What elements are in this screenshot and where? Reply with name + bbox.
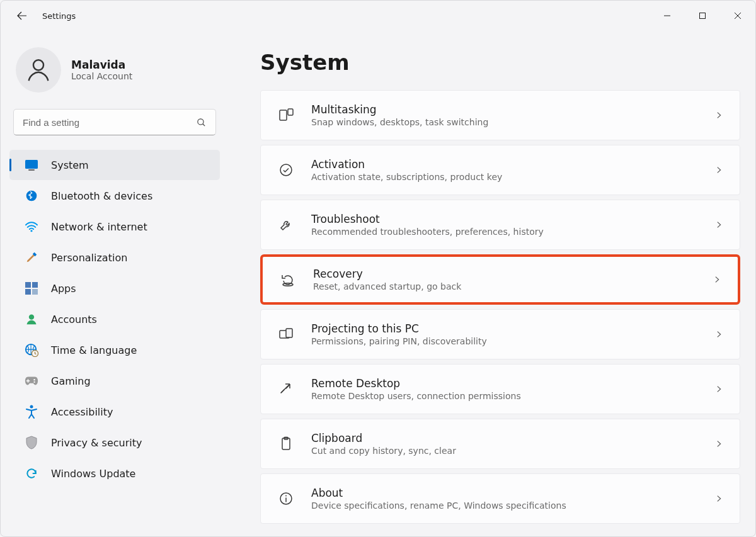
- shield-icon: [23, 435, 40, 450]
- gamepad-icon: [23, 373, 40, 388]
- svg-rect-7: [25, 282, 31, 288]
- titlebar: Settings: [1, 1, 755, 31]
- svg-point-6: [30, 230, 32, 232]
- bluetooth-icon: [23, 188, 40, 203]
- card-subtitle: Remote Desktop users, connection permiss…: [311, 391, 714, 401]
- card-text: TroubleshootRecommended troubleshooters,…: [311, 213, 714, 237]
- wifi-icon: [23, 219, 40, 234]
- card-subtitle: Device specifications, rename PC, Window…: [311, 500, 714, 511]
- setting-card-clipboard[interactable]: ClipboardCut and copy history, sync, cle…: [260, 419, 740, 469]
- chevron-right-icon: [714, 166, 723, 174]
- sidebar-item-apps[interactable]: Apps: [9, 273, 220, 303]
- accessibility-icon: [23, 404, 40, 419]
- card-title: Activation: [311, 158, 714, 171]
- svg-point-26: [285, 495, 287, 497]
- card-subtitle: Permissions, pairing PIN, discoverabilit…: [311, 336, 714, 346]
- setting-card-multitasking[interactable]: MultitaskingSnap windows, desktops, task…: [260, 90, 740, 140]
- setting-card-remote-desktop[interactable]: Remote DesktopRemote Desktop users, conn…: [260, 364, 740, 414]
- svg-point-15: [33, 382, 35, 383]
- setting-card-recovery[interactable]: RecoveryReset, advanced startup, go back: [260, 254, 740, 305]
- card-text: MultitaskingSnap windows, desktops, task…: [311, 103, 714, 127]
- card-subtitle: Snap windows, desktops, task switching: [311, 117, 714, 127]
- chevron-right-icon: [714, 494, 723, 503]
- chevron-right-icon: [714, 439, 723, 448]
- clipboard-icon: [277, 435, 295, 453]
- svg-rect-9: [25, 289, 31, 295]
- sidebar-item-personalization[interactable]: Personalization: [9, 242, 220, 273]
- card-subtitle: Activation state, subscriptions, product…: [311, 172, 714, 182]
- search-icon: [196, 117, 207, 128]
- sidebar-item-gaming[interactable]: Gaming: [9, 366, 220, 396]
- globe-clock-icon: [23, 342, 40, 358]
- search-box[interactable]: [13, 109, 216, 135]
- card-title: Remote Desktop: [311, 377, 714, 390]
- card-title: Projecting to this PC: [311, 322, 714, 335]
- card-text: ActivationActivation state, subscription…: [311, 158, 714, 182]
- card-text: RecoveryReset, advanced startup, go back: [313, 268, 713, 291]
- profile-name: Malavida: [71, 59, 132, 71]
- svg-point-19: [280, 164, 292, 176]
- projecting-icon: [277, 325, 295, 343]
- user-icon: [24, 55, 53, 84]
- maximize-icon: [699, 12, 706, 20]
- multitasking-icon: [277, 106, 295, 124]
- sidebar-item-label: Accounts: [51, 314, 97, 325]
- sidebar-item-system[interactable]: System: [9, 150, 220, 180]
- setting-card-projecting[interactable]: Projecting to this PCPermissions, pairin…: [260, 309, 740, 359]
- setting-card-about[interactable]: AboutDevice specifications, rename PC, W…: [260, 473, 740, 524]
- apps-icon: [23, 281, 40, 296]
- about-icon: [277, 490, 295, 507]
- sidebar-item-label: Windows Update: [51, 468, 135, 480]
- sidebar-item-bluetooth[interactable]: Bluetooth & devices: [9, 181, 220, 211]
- sidebar: Malavida Local Account System: [1, 31, 229, 536]
- update-icon: [23, 466, 40, 481]
- sidebar-item-network[interactable]: Network & internet: [9, 212, 220, 242]
- close-icon: [734, 12, 742, 20]
- minimize-button[interactable]: [650, 1, 685, 31]
- card-text: AboutDevice specifications, rename PC, W…: [311, 487, 714, 511]
- chevron-right-icon: [714, 111, 723, 120]
- card-subtitle: Cut and copy history, sync, clear: [311, 446, 714, 456]
- chevron-right-icon: [714, 220, 723, 229]
- maximize-button[interactable]: [685, 1, 720, 31]
- sidebar-item-accounts[interactable]: Accounts: [9, 304, 220, 334]
- svg-point-2: [198, 118, 203, 124]
- profile-section[interactable]: Malavida Local Account: [7, 42, 222, 105]
- sidebar-item-label: Accessibility: [51, 406, 113, 418]
- back-icon: [17, 11, 27, 21]
- setting-card-troubleshoot[interactable]: TroubleshootRecommended troubleshooters,…: [260, 200, 740, 250]
- sidebar-item-label: Privacy & security: [51, 437, 142, 449]
- sidebar-item-label: System: [51, 159, 89, 171]
- svg-rect-4: [28, 169, 35, 171]
- card-title: Clipboard: [311, 432, 714, 444]
- sidebar-item-time[interactable]: Time & language: [9, 335, 220, 365]
- display-icon: [23, 157, 40, 172]
- card-title: Multitasking: [311, 103, 714, 116]
- recovery-icon: [279, 271, 297, 288]
- svg-rect-17: [280, 110, 287, 120]
- back-button[interactable]: [13, 7, 31, 25]
- svg-rect-10: [32, 289, 38, 295]
- window-title: Settings: [42, 11, 76, 21]
- svg-rect-8: [32, 282, 38, 288]
- sidebar-item-accessibility[interactable]: Accessibility: [9, 397, 220, 427]
- chevron-right-icon: [714, 385, 723, 393]
- profile-account-type: Local Account: [71, 71, 132, 81]
- card-subtitle: Recommended troubleshooters, preferences…: [311, 227, 714, 237]
- sidebar-item-privacy[interactable]: Privacy & security: [9, 427, 220, 458]
- svg-point-14: [33, 379, 35, 380]
- close-button[interactable]: [720, 1, 755, 31]
- card-text: Projecting to this PCPermissions, pairin…: [311, 322, 714, 346]
- card-title: Recovery: [313, 268, 713, 280]
- card-subtitle: Reset, advanced startup, go back: [313, 281, 713, 291]
- activation-icon: [277, 161, 295, 179]
- page-title: System: [260, 50, 740, 75]
- sidebar-item-update[interactable]: Windows Update: [9, 458, 220, 489]
- remote-desktop-icon: [277, 380, 295, 398]
- setting-card-activation[interactable]: ActivationActivation state, subscription…: [260, 145, 740, 195]
- main-panel: System MultitaskingSnap windows, desktop…: [229, 31, 755, 536]
- sidebar-item-label: Time & language: [51, 344, 137, 356]
- search-input[interactable]: [23, 117, 196, 128]
- cards-list: MultitaskingSnap windows, desktops, task…: [260, 90, 740, 524]
- chevron-right-icon: [713, 275, 721, 284]
